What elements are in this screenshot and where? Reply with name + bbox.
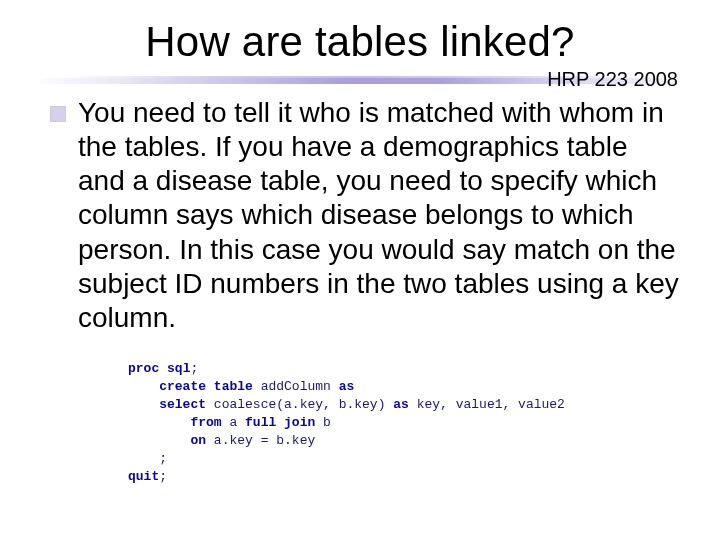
code-block: proc sql; create table addColumn as sele… bbox=[128, 360, 565, 486]
body-content: You need to tell it who is matched with … bbox=[50, 96, 680, 335]
bullet-item: You need to tell it who is matched with … bbox=[50, 96, 680, 335]
code-kw: as bbox=[339, 379, 355, 394]
code-text: coalesce(a.key, b.key) bbox=[206, 397, 393, 412]
code-kw: proc bbox=[128, 361, 159, 376]
code-text: ; bbox=[190, 361, 198, 376]
code-kw: from bbox=[190, 415, 221, 430]
code-kw: as bbox=[393, 397, 409, 412]
code-text: a.key = b.key bbox=[206, 433, 315, 448]
code-text: ; bbox=[128, 451, 167, 466]
code-text bbox=[159, 361, 167, 376]
code-kw: full join bbox=[245, 415, 315, 430]
code-kw: quit bbox=[128, 469, 159, 484]
code-text: ; bbox=[159, 469, 167, 484]
code-kw: create bbox=[159, 379, 206, 394]
code-text bbox=[128, 397, 159, 412]
code-kw: sql bbox=[167, 361, 190, 376]
code-text: b bbox=[315, 415, 331, 430]
bullet-text: You need to tell it who is matched with … bbox=[78, 96, 680, 335]
code-text bbox=[128, 379, 159, 394]
course-tag: HRP 223 2008 bbox=[547, 68, 678, 91]
code-text: addColumn bbox=[253, 379, 339, 394]
code-text bbox=[128, 415, 190, 430]
slide: How are tables linked? HRP 223 2008 You … bbox=[0, 0, 720, 540]
code-kw: on bbox=[190, 433, 206, 448]
code-text bbox=[128, 433, 190, 448]
code-text: a bbox=[222, 415, 245, 430]
code-text: key, value1, value2 bbox=[409, 397, 565, 412]
square-bullet-icon bbox=[50, 106, 66, 122]
code-kw: table bbox=[214, 379, 253, 394]
code-kw: select bbox=[159, 397, 206, 412]
code-text bbox=[206, 379, 214, 394]
slide-title: How are tables linked? bbox=[0, 18, 720, 66]
